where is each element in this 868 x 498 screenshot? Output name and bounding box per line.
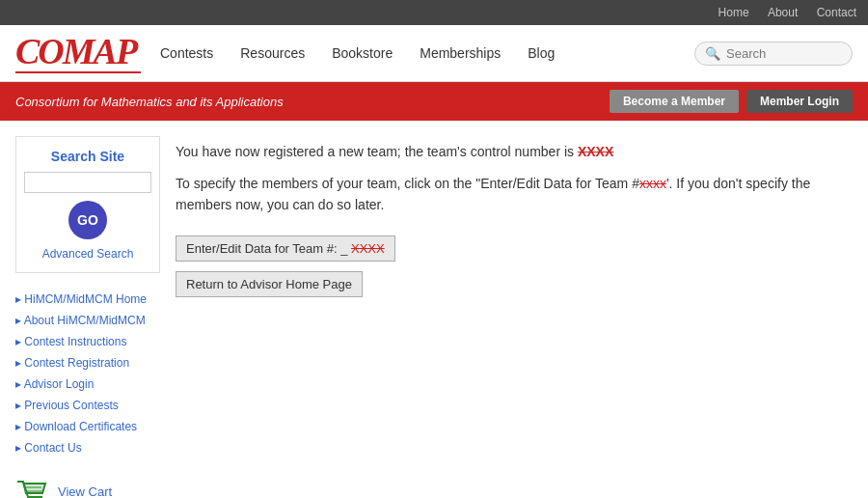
org-name: Consortium for Mathematics and its Appli… [15,95,284,109]
search-site-title: Search Site [24,149,151,164]
logo-text: COMAP [15,33,141,69]
banner-buttons: Become a Member Member Login [610,90,853,113]
line1-prefix: You have now registered a new team; the … [176,144,578,159]
enter-edit-button[interactable]: Enter/Edit Data for Team #: _ XXXX [176,235,395,262]
red-banner: Consortium for Mathematics and its Appli… [0,82,868,121]
nav-resources[interactable]: Resources [240,45,305,61]
nav-bookstore[interactable]: Bookstore [332,45,393,61]
top-bar: Home About Contact [0,0,868,25]
sidebar-item-himcm-home[interactable]: HiMCM/MidMCM Home [15,289,160,310]
sidebar-item-previous-contests[interactable]: Previous Contests [15,395,160,416]
sidebar-item-contest-registration[interactable]: Contest Registration [15,352,160,374]
sidebar-item-advisor-login[interactable]: Advisor Login [15,374,160,395]
control-number: XXXX [578,144,613,159]
member-login-button[interactable]: Member Login [746,90,853,113]
main-content: You have now registered a new team; the … [176,136,853,498]
top-nav-home[interactable]: Home [719,6,749,19]
logo-underline [15,71,141,73]
top-nav-about[interactable]: About [768,6,798,19]
enter-edit-xxxx: XXXX [351,241,385,256]
search-input[interactable] [726,46,842,61]
sidebar-nav: HiMCM/MidMCM Home About HiMCM/MidMCM Con… [15,289,160,458]
view-cart[interactable]: View Cart [15,478,160,498]
team-xxxx: xxxx [639,176,666,191]
sidebar-item-contact-us[interactable]: Contact Us [15,437,160,458]
nav-contests[interactable]: Contests [160,45,213,61]
team-msg-prefix: To specify the members of your team, cli… [176,176,639,191]
sidebar-item-about-himcm[interactable]: About HiMCM/MidMCM [15,310,160,331]
go-button[interactable]: GO [68,201,107,239]
search-site-box: Search Site GO Advanced Search [15,136,160,273]
become-member-button[interactable]: Become a Member [610,90,739,113]
control-number-message: You have now registered a new team; the … [176,144,853,159]
advanced-search-link[interactable]: Advanced Search [24,247,151,261]
view-cart-link[interactable]: View Cart [58,484,112,499]
action-buttons: Enter/Edit Data for Team #: _ XXXX Retur… [176,235,853,303]
search-icon: 🔍 [705,46,720,61]
main-nav: Contests Resources Bookstore Memberships… [160,45,694,61]
logo[interactable]: COMAP [15,33,141,73]
search-site-input[interactable] [24,172,151,193]
nav-blog[interactable]: Blog [528,45,555,61]
enter-edit-row: Enter/Edit Data for Team #: _ XXXX [176,235,853,267]
search-box: 🔍 [694,42,853,66]
main-header: COMAP Contests Resources Bookstore Membe… [0,25,868,82]
cart-icon [15,478,50,498]
sidebar-item-contest-instructions[interactable]: Contest Instructions [15,331,160,352]
page-body: Search Site GO Advanced Search HiMCM/Mid… [0,121,868,498]
return-advisor-button[interactable]: Return to Advisor Home Page [176,271,363,297]
sidebar: Search Site GO Advanced Search HiMCM/Mid… [15,136,160,498]
team-message: To specify the members of your team, cli… [176,173,853,216]
nav-memberships[interactable]: Memberships [420,45,501,61]
top-nav-contact[interactable]: Contact [817,6,856,19]
sidebar-item-download-certificates[interactable]: Download Certificates [15,416,160,437]
return-row: Return to Advisor Home Page [176,271,853,303]
